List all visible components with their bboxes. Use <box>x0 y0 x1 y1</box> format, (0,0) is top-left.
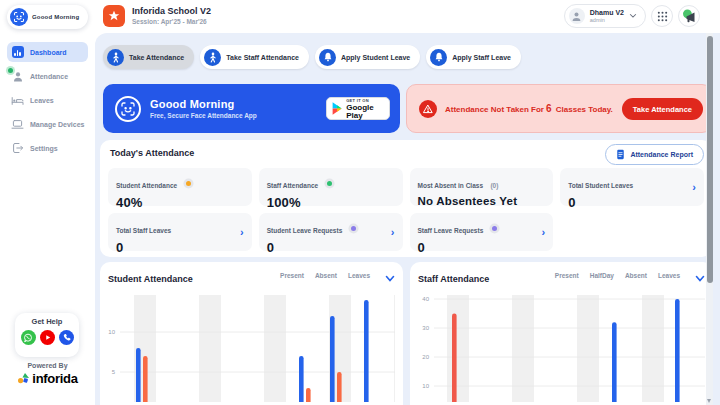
inforida-logo: inforida <box>0 371 95 386</box>
user-role: admin <box>590 17 624 24</box>
stat-tile-total-staff-leaves[interactable]: Total Staff Leaves 0 › <box>108 213 252 251</box>
legend-item-leaves[interactable]: Leaves <box>348 269 370 279</box>
status-dot <box>327 181 332 186</box>
legend-item-present[interactable]: Present <box>280 269 304 279</box>
sidebar-item-label: Leaves <box>30 97 54 104</box>
student-attendance-bar-chart: 510 <box>108 295 395 402</box>
app-logo-text: Goood Morning <box>32 14 79 20</box>
action-label: Take Staff Attendance <box>226 54 299 61</box>
legend-item-leaves[interactable]: Leaves <box>658 269 680 279</box>
stat-value: 40% <box>116 195 244 210</box>
stat-tile-staff-leave-requests[interactable]: Staff Leave Requests 0 › <box>410 213 554 251</box>
chart-title: Student Attendance <box>108 274 193 284</box>
megaphone-icon <box>682 9 697 24</box>
chevron-down-icon <box>629 13 637 19</box>
scrollbar-down-arrow[interactable] <box>707 399 711 403</box>
sidebar-item-label: Attendance <box>30 73 68 80</box>
banner-title: Goood Morning <box>150 98 257 110</box>
badge-bottom-text: Google Play <box>346 104 389 120</box>
bell-icon <box>430 49 447 66</box>
section-title: Today's Attendance <box>110 148 194 158</box>
svg-text:20: 20 <box>422 354 429 360</box>
status-dot <box>492 226 497 231</box>
legend-item-absent[interactable]: Absent <box>625 269 647 279</box>
svg-text:10: 10 <box>422 383 429 389</box>
status-dot <box>186 181 191 186</box>
face-scan-icon <box>115 96 141 122</box>
whatsapp-icon[interactable] <box>21 330 36 345</box>
badge-top-text: GET IT ON <box>346 98 389 103</box>
alert-message: Attendance Not Taken For6 Classes Today. <box>445 103 613 114</box>
scrollbar-thumb[interactable] <box>707 36 713 283</box>
svg-text:40: 40 <box>422 296 429 302</box>
bar-chart-icon <box>11 46 24 59</box>
user-menu[interactable]: Dhamu V2 admin <box>564 4 646 28</box>
chevron-right-icon[interactable]: › <box>391 227 395 237</box>
sidebar-item-label: Settings <box>30 145 58 152</box>
grid-icon <box>657 11 668 22</box>
stat-value: 0 <box>568 195 696 210</box>
legend-item-present[interactable]: Present <box>555 269 579 279</box>
session-label: Session: Apr'25 - Mar'26 <box>132 18 207 25</box>
page-scrollbar[interactable] <box>706 33 713 405</box>
sidebar-item-attendance[interactable]: Attendance <box>7 66 88 86</box>
sidebar-item-settings[interactable]: Settings <box>7 138 88 158</box>
svg-text:5: 5 <box>112 369 116 375</box>
quick-actions-row: Take Attendance Take Staff Attendance Ap… <box>103 45 521 69</box>
announcements-button[interactable] <box>678 5 700 27</box>
stat-tile-student-leave-requests[interactable]: Student Leave Requests 0 › <box>259 213 403 251</box>
chart-title: Staff Attendance <box>418 274 489 284</box>
status-dot <box>351 226 356 231</box>
action-label: Take Attendance <box>129 54 184 61</box>
apps-grid-button[interactable] <box>651 5 673 27</box>
google-play-icon <box>332 102 342 115</box>
stat-tile-staff-attendance: Staff Attendance 100% <box>259 168 403 206</box>
alert-take-attendance-button[interactable]: Take Attendance <box>622 98 703 120</box>
laptop-icon <box>11 118 24 131</box>
count-badge: (0) <box>490 182 498 189</box>
take-staff-attendance-button[interactable]: Take Staff Attendance <box>200 45 309 69</box>
chevron-down-icon[interactable] <box>385 275 395 283</box>
sidebar-item-dashboard[interactable]: Dashboard <box>7 42 88 62</box>
apply-student-leave-button[interactable]: Apply Student Leave <box>315 45 420 69</box>
take-attendance-button[interactable]: Take Attendance <box>103 45 194 69</box>
powered-by-label: Powered By <box>0 362 95 369</box>
sidebar: Goood Morning Dashboard Attendance <box>0 0 95 405</box>
youtube-icon[interactable] <box>40 330 55 345</box>
stat-tile-student-attendance: Student Attendance 40% <box>108 168 252 206</box>
attendance-alert: Attendance Not Taken For6 Classes Today.… <box>406 84 712 133</box>
phone-icon[interactable] <box>59 330 74 345</box>
bed-icon <box>11 94 24 107</box>
google-play-badge[interactable]: GET IT ON Google Play <box>326 97 390 120</box>
today-attendance-card: Today's Attendance Attendance Report Stu… <box>100 140 712 257</box>
page-title: Inforida School V2 <box>132 6 211 16</box>
sidebar-item-manage-devices[interactable]: Manage Devices <box>7 114 88 134</box>
sidebar-item-label: Manage Devices <box>30 121 84 128</box>
get-help-card: Get Help <box>15 313 79 357</box>
staff-attendance-chart-card: Staff Attendance Present HalfDay Absent <box>410 262 713 405</box>
sidebar-item-leaves[interactable]: Leaves <box>7 90 88 110</box>
student-attendance-chart-card: Student Attendance Present Absent Leaves <box>100 262 403 405</box>
chevron-right-icon[interactable]: › <box>542 227 546 237</box>
app-logo[interactable]: Goood Morning <box>7 5 88 29</box>
stat-value: 0 <box>267 240 395 255</box>
chart-legend: Present Absent Leaves <box>280 269 395 283</box>
settings-icon <box>11 142 24 155</box>
app-promo-banner[interactable]: Goood Morning Free, Secure Face Attendan… <box>103 84 400 133</box>
chevron-down-icon[interactable] <box>695 275 705 283</box>
chevron-right-icon[interactable]: › <box>692 182 696 192</box>
inforida-logo-mark <box>17 372 30 385</box>
legend-item-absent[interactable]: Absent <box>315 269 337 279</box>
main-content: Take Attendance Take Staff Attendance Ap… <box>95 33 720 405</box>
chevron-right-icon[interactable]: › <box>240 227 244 237</box>
legend-item-halfday[interactable]: HalfDay <box>590 269 614 279</box>
top-bar: Inforida School V2 Session: Apr'25 - Mar… <box>95 0 720 33</box>
apply-staff-leave-button[interactable]: Apply Staff Leave <box>426 45 521 69</box>
stat-tile-total-student-leaves[interactable]: Total Student Leaves 0 › <box>560 168 704 206</box>
sidebar-nav: Dashboard Attendance Leaves <box>7 42 88 162</box>
banner-subtitle: Free, Secure Face Attendance App <box>150 112 257 119</box>
user-name: Dhamu V2 <box>590 9 624 17</box>
stats-grid: Student Attendance 40% Staff Attendance … <box>108 168 704 251</box>
attendance-report-button[interactable]: Attendance Report <box>605 144 704 165</box>
warning-icon <box>419 100 437 118</box>
